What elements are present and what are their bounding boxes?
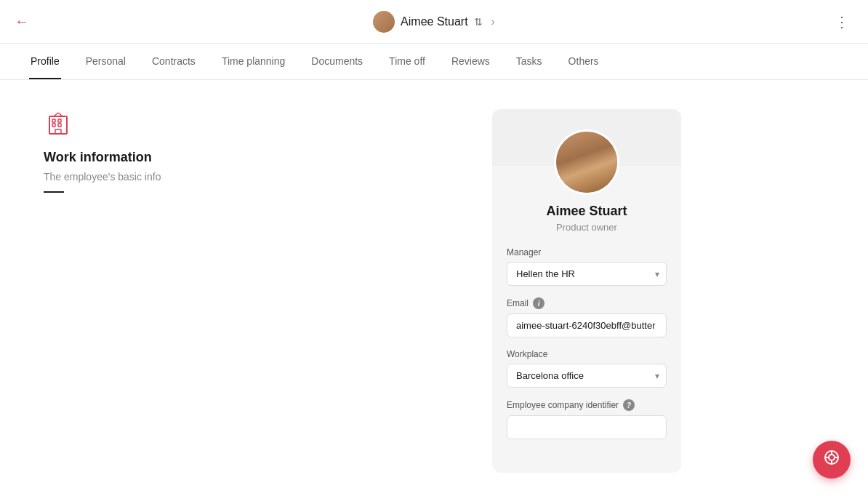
manager-group: Manager Hellen the HR [507, 247, 667, 286]
email-info-icon[interactable]: i [533, 297, 544, 309]
svg-point-10 [829, 455, 835, 460]
company-id-input[interactable] [507, 415, 667, 439]
tab-tasks[interactable]: Tasks [515, 44, 544, 79]
svg-rect-2 [58, 119, 61, 122]
header-avatar [373, 11, 395, 33]
sort-icon[interactable]: ⇅ [474, 16, 483, 28]
svg-rect-3 [52, 124, 55, 127]
company-id-info-icon[interactable]: ? [623, 399, 635, 411]
tab-reviews[interactable]: Reviews [450, 44, 491, 79]
tab-documents[interactable]: Documents [310, 44, 364, 79]
company-id-group: Employee company identifier ? [507, 399, 667, 439]
profile-name: Aimee Stuart [546, 204, 627, 219]
workplace-label: Workplace [507, 349, 667, 359]
workplace-select-wrapper: Barcelona office [507, 364, 667, 388]
section-subtitle: The employee's basic info [44, 171, 262, 183]
profile-form: Manager Hellen the HR Email i [492, 247, 681, 451]
svg-rect-1 [52, 119, 55, 122]
email-group: Email i [507, 297, 667, 337]
svg-rect-4 [58, 124, 61, 127]
company-id-label: Employee company identifier ? [507, 399, 667, 411]
profile-card-header [492, 109, 681, 166]
main-content: Work information The employee's basic in… [0, 80, 868, 496]
header-employee-name: Aimee Stuart [401, 15, 467, 28]
workplace-group: Workplace Barcelona office [507, 349, 667, 388]
tab-time-off[interactable]: Time off [387, 44, 427, 79]
workplace-select[interactable]: Barcelona office [507, 364, 667, 388]
tab-profile[interactable]: Profile [29, 44, 61, 79]
tab-contracts[interactable]: Contracts [150, 44, 197, 79]
right-section: Aimee Stuart Product owner Manager Helle… [305, 80, 868, 496]
email-label: Email i [507, 297, 667, 309]
profile-role: Product owner [556, 222, 617, 233]
more-icon: ⋮ [835, 13, 849, 31]
building-icon [44, 109, 73, 138]
tab-personal[interactable]: Personal [84, 44, 127, 79]
nav-next-icon[interactable]: › [491, 15, 495, 28]
email-input[interactable] [507, 313, 667, 337]
left-section: Work information The employee's basic in… [0, 80, 305, 496]
employee-nav: Aimee Stuart ⇅ › [373, 11, 495, 33]
back-button[interactable]: ← [15, 13, 29, 30]
profile-card: Aimee Stuart Product owner Manager Helle… [492, 109, 681, 473]
tab-others[interactable]: Others [567, 44, 600, 79]
chat-icon [822, 448, 841, 471]
avatar-image [556, 132, 617, 193]
section-divider [44, 191, 64, 193]
chat-fab[interactable] [813, 441, 851, 479]
manager-select-wrapper: Hellen the HR [507, 262, 667, 286]
section-title: Work information [44, 150, 262, 165]
manager-label: Manager [507, 247, 667, 257]
tab-time-planning[interactable]: Time planning [220, 44, 286, 79]
profile-avatar [554, 129, 619, 195]
manager-select[interactable]: Hellen the HR [507, 262, 667, 286]
tab-navigation: Profile Personal Contracts Time planning… [0, 44, 868, 80]
more-button[interactable]: ⋮ [830, 10, 853, 33]
top-bar: ← Aimee Stuart ⇅ › ⋮ [0, 0, 868, 44]
back-icon: ← [15, 13, 29, 30]
